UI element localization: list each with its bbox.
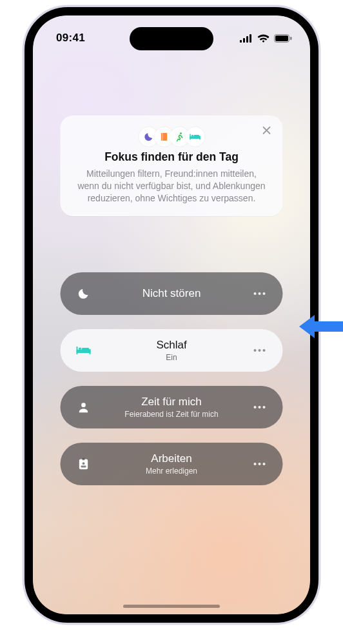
bed-icon	[185, 127, 204, 146]
side-button-vol-down	[23, 208, 24, 250]
bed-icon	[75, 341, 93, 359]
svg-rect-14	[193, 135, 199, 137]
svg-point-29	[263, 406, 266, 408]
cellular-icon	[240, 34, 253, 43]
phone-frame: 09:41	[23, 5, 320, 625]
svg-point-24	[259, 349, 261, 352]
focus-hero-card: Fokus finden für den Tag Mitteilungen fi…	[61, 116, 283, 216]
hero-icon-row	[75, 127, 269, 146]
svg-rect-20	[90, 349, 91, 354]
svg-rect-8	[162, 133, 162, 141]
screen: 09:41	[33, 15, 310, 614]
svg-point-32	[83, 462, 85, 465]
svg-rect-0	[240, 40, 242, 43]
svg-rect-33	[81, 466, 86, 468]
more-icon[interactable]	[251, 398, 269, 416]
svg-point-25	[263, 349, 266, 352]
focus-do-not-disturb[interactable]: Nicht stören	[61, 272, 283, 315]
svg-rect-2	[246, 36, 248, 43]
hero-title: Fokus finden für den Tag	[75, 150, 269, 164]
focus-work[interactable]: Arbeiten Mehr erledigen	[61, 443, 283, 485]
svg-point-34	[254, 463, 257, 465]
svg-point-15	[254, 292, 257, 295]
side-button-power	[318, 172, 320, 237]
focus-title: Nicht stören	[142, 287, 201, 300]
battery-icon	[274, 34, 292, 43]
more-icon[interactable]	[251, 285, 269, 303]
more-icon[interactable]	[251, 455, 269, 473]
more-icon[interactable]	[251, 341, 269, 359]
moon-icon	[75, 285, 93, 303]
svg-point-26	[81, 403, 86, 407]
close-button[interactable]	[260, 123, 274, 137]
focus-sleep[interactable]: Schlaf Ein	[61, 329, 283, 372]
status-time: 09:41	[56, 32, 85, 45]
focus-subtitle: Ein	[166, 353, 177, 362]
dynamic-island	[130, 27, 213, 50]
svg-point-13	[191, 135, 193, 137]
svg-rect-12	[199, 136, 201, 140]
badge-icon	[75, 455, 93, 473]
home-indicator[interactable]	[123, 605, 220, 608]
svg-point-23	[254, 349, 257, 352]
svg-rect-3	[250, 34, 251, 43]
focus-title: Schlaf	[156, 339, 186, 352]
side-button-silence	[23, 117, 24, 139]
svg-point-16	[259, 292, 261, 295]
svg-point-9	[180, 132, 182, 134]
person-icon	[75, 398, 93, 416]
wifi-icon	[257, 34, 270, 43]
callout-arrow-icon	[299, 312, 343, 341]
svg-point-27	[254, 406, 257, 408]
focus-subtitle: Feierabend ist Zeit für mich	[124, 410, 218, 419]
svg-rect-22	[82, 348, 90, 350]
focus-title: Zeit für mich	[141, 396, 202, 408]
svg-point-36	[263, 463, 266, 465]
svg-point-21	[79, 348, 81, 350]
svg-rect-7	[161, 133, 166, 141]
svg-rect-11	[190, 134, 191, 140]
svg-point-35	[259, 463, 261, 465]
side-button-vol-up	[23, 157, 24, 198]
hero-description: Mitteilungen filtern, Freund:innen mitte…	[75, 168, 269, 205]
svg-rect-19	[77, 347, 78, 354]
svg-rect-5	[275, 35, 288, 41]
focus-title: Arbeiten	[151, 452, 191, 465]
svg-rect-1	[243, 38, 245, 43]
svg-point-28	[259, 406, 261, 408]
focus-subtitle: Mehr erledigen	[146, 467, 197, 476]
focus-mode-list: Nicht stören Schlaf Ein	[61, 272, 283, 485]
svg-point-17	[263, 292, 266, 295]
svg-rect-6	[290, 37, 292, 40]
focus-personal[interactable]: Zeit für mich Feierabend ist Zeit für mi…	[61, 386, 283, 428]
svg-rect-31	[82, 458, 84, 460]
